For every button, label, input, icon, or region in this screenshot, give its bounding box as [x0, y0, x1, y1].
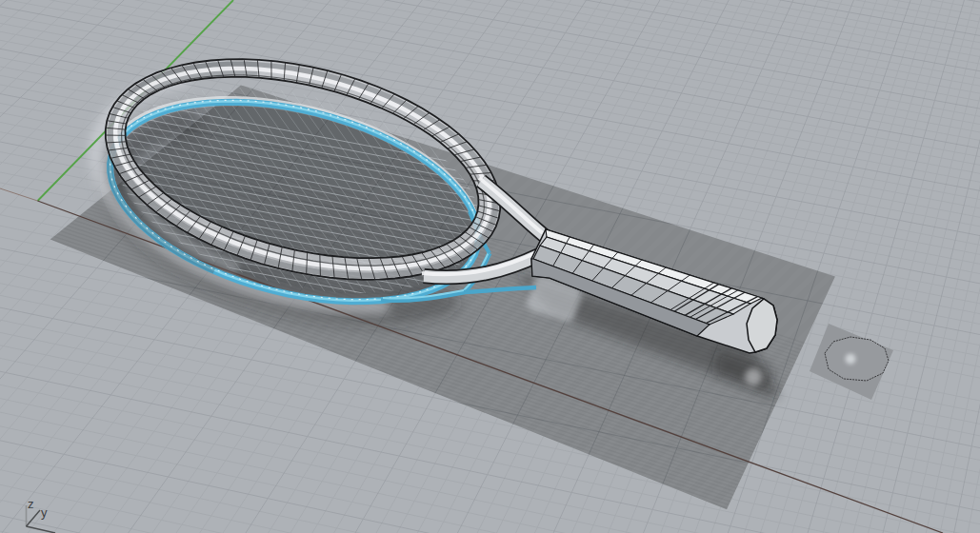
svg-text:y: y [41, 505, 48, 520]
svg-text:x: x [53, 528, 60, 533]
svg-text:z: z [28, 497, 34, 511]
